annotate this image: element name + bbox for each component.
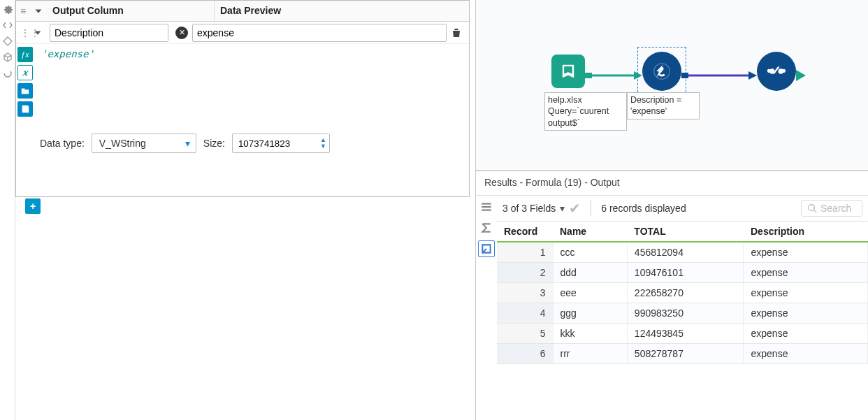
cell[interactable]: 1 [497, 242, 553, 263]
svg-rect-5 [681, 73, 688, 78]
add-expression-button[interactable]: + [25, 198, 41, 214]
browse-tool[interactable]: •✓• [757, 52, 796, 91]
spinner-down-icon[interactable]: ▼ [320, 143, 326, 150]
column-header[interactable]: Name [553, 222, 627, 242]
refresh-icon[interactable] [1, 66, 15, 80]
fields-summary: 3 of 3 Fields [502, 203, 556, 214]
code-icon[interactable] [1, 18, 15, 32]
sigma-icon[interactable] [478, 219, 495, 236]
records-icon[interactable] [478, 198, 495, 215]
cell[interactable]: kkk [553, 324, 627, 344]
cell[interactable]: 4 [497, 303, 553, 324]
trash-icon[interactable] [451, 27, 465, 38]
diamond-icon[interactable] [1, 34, 15, 48]
workflow-canvas[interactable]: •✓• help.xlsx Query=`cuurent output$` De… [475, 0, 868, 171]
cell[interactable]: rrr [553, 344, 627, 364]
data-type-value: V_WString [99, 138, 146, 149]
cell[interactable]: expense [744, 242, 868, 263]
results-title: Results - Formula (19) - Output [476, 171, 868, 196]
expression-area: ƒx 𝑥 'expense' [16, 44, 469, 128]
results-panel: Results - Formula (19) - Output 3 of 3 F… [475, 171, 868, 420]
size-spinner[interactable]: ▲▼ [320, 137, 326, 150]
results-toolbar: 3 of 3 Fields ▾ ✔ 6 records displayed Se… [497, 196, 868, 221]
chevron-down-icon[interactable] [33, 28, 50, 38]
connector [585, 68, 642, 82]
cell[interactable]: 990983250 [627, 303, 744, 324]
table-row[interactable]: 5kkk124493845expense [497, 324, 868, 344]
config-header: ≡ Output Column Data Preview [16, 1, 469, 22]
cell[interactable]: ggg [553, 303, 627, 324]
folder-icon[interactable] [17, 83, 33, 99]
cell[interactable]: expense [744, 263, 868, 283]
table-row[interactable]: 2ddd109476101expense [497, 263, 868, 283]
formula-tool-label: Description = 'expense' [627, 92, 700, 120]
cell[interactable]: 6 [497, 344, 553, 364]
table-row[interactable]: 3eee222658270expense [497, 283, 868, 303]
expression-editor[interactable]: 'expense' [34, 44, 469, 128]
svg-marker-2 [634, 71, 642, 80]
cell[interactable]: 508278787 [627, 344, 744, 364]
results-main: 3 of 3 Fields ▾ ✔ 6 records displayed Se… [497, 196, 868, 364]
formula-tool-icon [642, 52, 681, 91]
cell[interactable]: expense [744, 324, 868, 344]
column-header[interactable]: Description [744, 222, 868, 242]
caret-down-icon: ▾ [560, 203, 565, 214]
cell[interactable]: 456812094 [627, 242, 744, 263]
cell[interactable]: 3 [497, 283, 553, 303]
data-type-dropdown[interactable]: V_WString ▾ [92, 133, 196, 153]
chevron-down-icon[interactable] [30, 1, 47, 21]
svg-rect-0 [585, 73, 592, 78]
grip-icon[interactable]: ≡ [16, 1, 30, 21]
label-line: help.xlsx [548, 94, 623, 106]
cell[interactable]: expense [744, 344, 868, 364]
output-column-input[interactable] [50, 24, 168, 42]
input-data-tool[interactable] [551, 55, 585, 88]
data-preview-input[interactable] [192, 24, 447, 42]
column-header[interactable]: TOTAL [627, 222, 744, 242]
output-anchor [796, 70, 806, 81]
search-placeholder: Search [820, 203, 851, 214]
metadata-icon[interactable] [478, 240, 495, 257]
fx-functions-icon[interactable]: ƒx [17, 47, 33, 62]
cell[interactable]: 124493845 [627, 324, 744, 344]
results-table[interactable]: RecordNameTOTALDescription 1ccc456812094… [497, 221, 868, 364]
size-input[interactable] [232, 133, 330, 153]
cell[interactable]: eee [553, 283, 627, 303]
left-toolbar [0, 0, 15, 420]
cell[interactable]: expense [744, 303, 868, 324]
cell[interactable]: ccc [553, 242, 627, 263]
cell[interactable]: 222658270 [627, 283, 744, 303]
cell[interactable]: 2 [497, 263, 553, 283]
cell[interactable]: 109476101 [627, 263, 744, 283]
table-row[interactable]: 1ccc456812094expense [497, 242, 868, 263]
clear-icon[interactable]: ✕ [175, 27, 188, 39]
formula-tool[interactable] [642, 52, 681, 91]
gear-icon[interactable] [1, 2, 15, 16]
cube-icon[interactable] [1, 50, 15, 64]
svg-text:•✓•: •✓• [767, 64, 786, 78]
grip-icon[interactable]: ⋮⋮ [20, 27, 33, 38]
input-tool-icon [551, 55, 585, 88]
expression-row: ⋮⋮ ✕ [16, 22, 469, 44]
fields-dropdown[interactable]: 3 of 3 Fields ▾ ✔ [502, 200, 581, 217]
label-line: Description = [630, 94, 696, 106]
caret-down-icon: ▾ [185, 138, 190, 149]
header-data-preview: Data Preview [215, 1, 469, 21]
save-icon[interactable] [17, 101, 33, 117]
svg-line-13 [814, 210, 817, 213]
svg-marker-11 [796, 70, 806, 81]
connector [681, 68, 757, 82]
size-label: Size: [203, 138, 225, 149]
records-summary: 6 records displayed [601, 203, 686, 214]
x-variables-icon[interactable]: 𝑥 [17, 65, 33, 80]
cell[interactable]: ddd [553, 263, 627, 283]
type-row: Data type: V_WString ▾ Size: ▲▼ [16, 128, 469, 160]
results-side-toolbar [476, 196, 497, 364]
header-output-column: Output Column [47, 1, 215, 21]
cell[interactable]: 5 [497, 324, 553, 344]
cell[interactable]: expense [744, 283, 868, 303]
table-row[interactable]: 4ggg990983250expense [497, 303, 868, 324]
column-header[interactable]: Record [497, 222, 553, 242]
search-input[interactable]: Search [801, 200, 862, 217]
table-row[interactable]: 6rrr508278787expense [497, 344, 868, 364]
